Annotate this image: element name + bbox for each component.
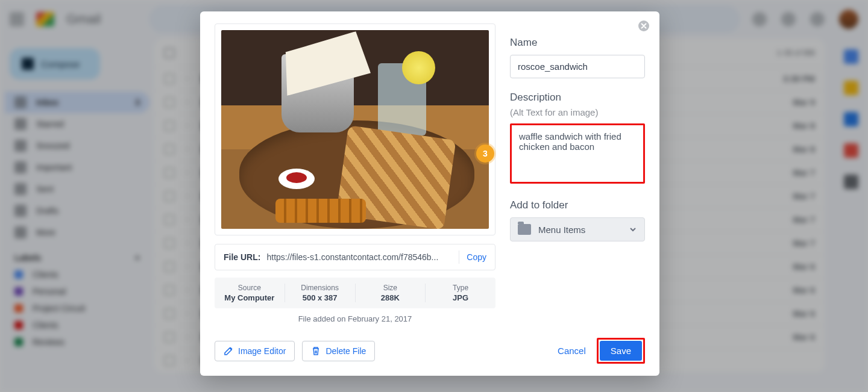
cancel-button[interactable]: Cancel [558, 346, 586, 356]
image-editor-button[interactable]: Image Editor [215, 341, 295, 361]
chevron-down-icon [629, 225, 637, 234]
divider [459, 250, 459, 264]
close-icon [638, 20, 650, 32]
file-url-label: File URL: [224, 252, 260, 262]
name-label: Name [510, 37, 645, 49]
meta-type-value: JPG [426, 293, 495, 302]
meta-dimensions-value: 500 x 387 [285, 293, 355, 302]
folder-select[interactable]: Menu Items [510, 217, 645, 241]
close-button[interactable] [638, 20, 650, 32]
meta-type-label: Type [426, 284, 495, 292]
file-meta: SourceMy Computer Dimensions500 x 387 Si… [215, 278, 495, 308]
file-url-row: File URL: https://files-s1.constantconta… [215, 244, 495, 270]
meta-dimensions-label: Dimensions [285, 284, 355, 292]
description-label: Description [510, 92, 645, 104]
description-textarea[interactable] [510, 123, 645, 184]
modal-footer: Image Editor Delete File Cancel Save [215, 335, 645, 364]
image-preview-frame [215, 23, 495, 235]
step-badge: 3 [476, 145, 494, 163]
meta-source-value: My Computer [215, 293, 285, 302]
copy-url-button[interactable]: Copy [467, 252, 486, 262]
trash-icon [311, 346, 321, 356]
folder-value: Menu Items [538, 225, 621, 235]
file-added-text: File added on February 21, 2017 [215, 314, 495, 323]
meta-source-label: Source [215, 284, 285, 292]
file-url-value[interactable]: https://files-s1.constantcontact.com/f78… [266, 252, 451, 262]
name-input[interactable] [510, 55, 645, 78]
image-preview [221, 30, 489, 229]
save-button[interactable]: Save [600, 341, 642, 361]
meta-size-value: 288K [356, 293, 426, 302]
save-highlight: Save [597, 338, 645, 364]
folder-label: Add to folder [510, 199, 645, 211]
meta-size-label: Size [356, 284, 426, 292]
folder-icon [518, 224, 531, 235]
file-details-modal: File URL: https://files-s1.constantconta… [200, 11, 659, 376]
delete-file-button[interactable]: Delete File [302, 341, 375, 361]
edit-icon [224, 346, 233, 356]
description-hint: (Alt Text for an image) [510, 107, 645, 117]
